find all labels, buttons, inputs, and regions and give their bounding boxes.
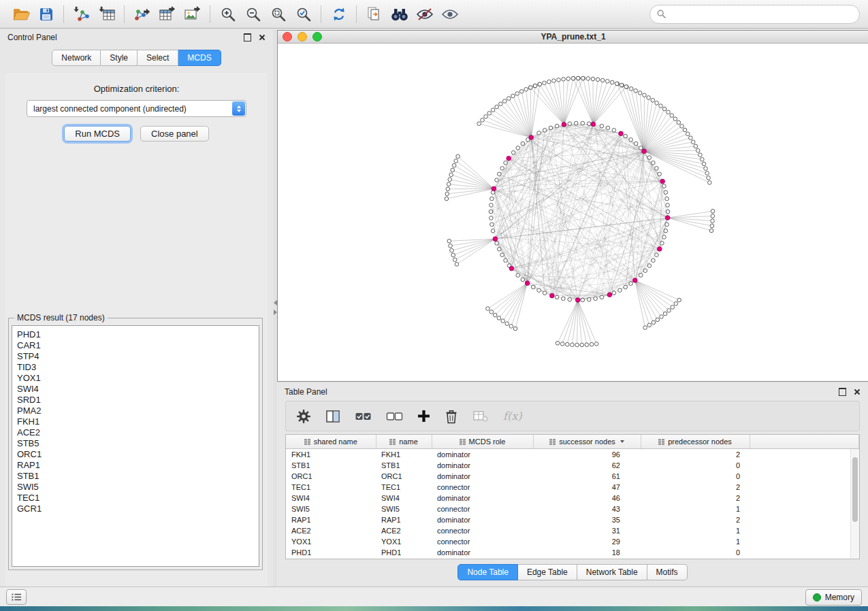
network-node[interactable] bbox=[586, 77, 590, 81]
search-box[interactable] bbox=[649, 5, 860, 24]
minimize-window-button[interactable] bbox=[298, 32, 307, 42]
network-node[interactable] bbox=[576, 76, 580, 80]
cell-mcds-role[interactable]: connector bbox=[432, 482, 533, 493]
network-node[interactable] bbox=[655, 253, 659, 257]
network-node[interactable] bbox=[659, 104, 663, 108]
network-node[interactable] bbox=[456, 154, 460, 159]
tab-motifs[interactable]: Motifs bbox=[647, 564, 688, 580]
network-node[interactable] bbox=[489, 203, 494, 208]
select-all-rows-button[interactable] bbox=[355, 410, 372, 423]
network-node[interactable] bbox=[615, 82, 619, 86]
network-node[interactable] bbox=[489, 310, 494, 314]
import-table-button[interactable] bbox=[94, 3, 119, 25]
result-item[interactable]: CAR1 bbox=[17, 340, 254, 351]
expand-right-icon[interactable] bbox=[274, 310, 277, 315]
result-item[interactable]: STP4 bbox=[17, 351, 254, 362]
network-node[interactable] bbox=[565, 342, 569, 346]
network-node[interactable] bbox=[683, 128, 687, 132]
cell-successor-nodes[interactable]: 31 bbox=[533, 525, 641, 536]
mcds-hub-node[interactable] bbox=[509, 266, 514, 271]
network-node[interactable] bbox=[521, 278, 525, 282]
network-node[interactable] bbox=[696, 148, 700, 152]
network-node[interactable] bbox=[698, 153, 703, 157]
result-item[interactable]: FKH1 bbox=[17, 416, 254, 427]
network-node[interactable] bbox=[610, 80, 614, 84]
function-builder-button[interactable]: f(x) bbox=[503, 410, 521, 423]
network-node[interactable] bbox=[662, 107, 666, 111]
network-node[interactable] bbox=[481, 118, 485, 122]
network-node[interactable] bbox=[580, 343, 584, 347]
network-node[interactable] bbox=[571, 76, 575, 80]
network-node[interactable] bbox=[516, 146, 520, 150]
network-node[interactable] bbox=[629, 87, 633, 91]
show-details-button[interactable] bbox=[437, 3, 462, 25]
network-node[interactable] bbox=[519, 90, 524, 94]
tab-edge-table[interactable]: Edge Table bbox=[518, 564, 577, 580]
tab-style[interactable]: Style bbox=[101, 50, 138, 66]
table-row[interactable]: SWI5SWI5connector431 bbox=[286, 503, 859, 514]
network-node[interactable] bbox=[639, 274, 643, 278]
cell-shared-name[interactable]: STB1 bbox=[286, 460, 376, 471]
network-node[interactable] bbox=[537, 288, 541, 293]
tab-network[interactable]: Network bbox=[52, 50, 101, 66]
export-network-button[interactable] bbox=[129, 3, 155, 25]
cell-shared-name[interactable]: ACE2 bbox=[286, 525, 376, 536]
network-node[interactable] bbox=[634, 142, 638, 146]
network-node[interactable] bbox=[447, 182, 451, 186]
network-node[interactable] bbox=[591, 77, 595, 81]
network-node[interactable] bbox=[652, 259, 656, 263]
network-node[interactable] bbox=[670, 114, 674, 118]
cell-successor-nodes[interactable]: 46 bbox=[533, 493, 641, 503]
add-column-button[interactable] bbox=[417, 410, 430, 423]
network-node[interactable] bbox=[515, 92, 519, 96]
network-node[interactable] bbox=[490, 222, 494, 227]
network-node[interactable] bbox=[449, 244, 453, 248]
cell-name[interactable]: YOX1 bbox=[376, 536, 432, 547]
network-node[interactable] bbox=[562, 78, 566, 82]
search-input[interactable] bbox=[670, 9, 852, 20]
result-item[interactable]: TEC1 bbox=[17, 493, 254, 503]
cell-shared-name[interactable]: FKH1 bbox=[286, 449, 376, 461]
cell-successor-nodes[interactable]: 35 bbox=[533, 514, 641, 525]
network-node[interactable] bbox=[612, 291, 616, 295]
hide-details-button[interactable] bbox=[412, 3, 437, 25]
column-header-name[interactable]: name bbox=[376, 435, 432, 449]
network-node[interactable] bbox=[445, 197, 449, 201]
network-node[interactable] bbox=[652, 320, 656, 325]
network-node[interactable] bbox=[702, 162, 706, 166]
network-node[interactable] bbox=[533, 84, 537, 88]
result-item[interactable]: STB5 bbox=[17, 438, 254, 449]
network-node[interactable] bbox=[666, 110, 671, 114]
network-node[interactable] bbox=[708, 181, 712, 185]
cell-mcds-role[interactable]: connector bbox=[432, 525, 533, 536]
network-node[interactable] bbox=[489, 210, 493, 214]
table-row[interactable]: STB1STB1dominator620 bbox=[286, 460, 859, 471]
network-node[interactable] bbox=[568, 297, 572, 301]
close-panel-icon[interactable] bbox=[259, 34, 266, 41]
network-node[interactable] bbox=[486, 307, 490, 311]
mcds-hub-node[interactable] bbox=[619, 131, 624, 136]
hide-panels-button[interactable] bbox=[6, 589, 27, 605]
network-node[interactable] bbox=[516, 274, 520, 278]
cell-shared-name[interactable]: RAP1 bbox=[286, 514, 376, 525]
network-node[interactable] bbox=[543, 81, 547, 85]
network-node[interactable] bbox=[529, 86, 533, 90]
network-node[interactable] bbox=[450, 248, 454, 252]
mcds-hub-node[interactable] bbox=[642, 149, 647, 154]
cell-predecessor-nodes[interactable]: 1 bbox=[641, 525, 750, 536]
network-node[interactable] bbox=[454, 159, 458, 163]
network-node[interactable] bbox=[560, 342, 564, 346]
network-node[interactable] bbox=[451, 168, 455, 172]
network-node[interactable] bbox=[587, 297, 591, 301]
network-node[interactable] bbox=[445, 192, 449, 196]
network-node[interactable] bbox=[624, 85, 628, 89]
mcds-hub-node[interactable] bbox=[525, 281, 530, 286]
deselect-all-rows-button[interactable] bbox=[386, 410, 403, 423]
network-node[interactable] bbox=[538, 82, 542, 86]
network-node[interactable] bbox=[581, 298, 585, 302]
network-node[interactable] bbox=[594, 297, 598, 301]
cell-shared-name[interactable]: ORC1 bbox=[286, 471, 376, 482]
network-node[interactable] bbox=[500, 253, 504, 257]
network-node[interactable] bbox=[652, 161, 656, 165]
share-document-button[interactable] bbox=[361, 3, 387, 25]
